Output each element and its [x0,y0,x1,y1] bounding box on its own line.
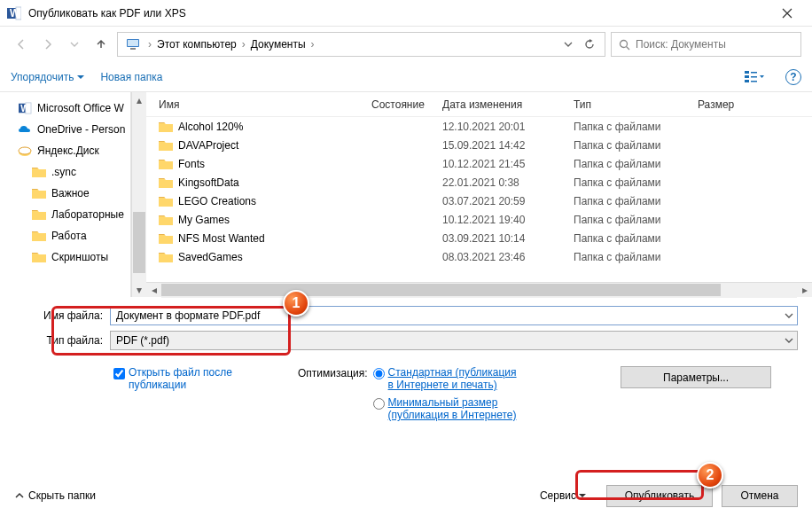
sidebar-item-label: Важное [51,187,90,199]
file-type: Папка с файлами [574,214,698,226]
sidebar-scrollbar[interactable]: ▴ ▾ [131,92,146,297]
file-date: 08.03.2021 23:46 [442,251,574,263]
sidebar-item-label: .sync [51,166,76,178]
file-row[interactable]: DAVAProject15.09.2021 14:42Папка с файла… [146,136,812,154]
breadcrumb-pc[interactable]: Этот компьютер [155,38,238,51]
svg-rect-11 [751,76,757,78]
sidebar-item[interactable]: OneDrive - Person [0,119,130,140]
tools-button[interactable]: Сервис [540,489,587,502]
sidebar-item-label: OneDrive - Person [37,123,125,136]
address-history-button[interactable] [558,40,578,49]
file-type: Папка с файлами [574,121,698,133]
filetype-label: Тип файла: [14,334,110,347]
file-name: Alcohol 120% [178,121,243,133]
file-row[interactable]: KingsoftData22.01.2021 0:38Папка с файла… [146,173,812,192]
sidebar-item-label: Microsoft Office W [37,102,124,114]
chevron-right-icon: › [308,38,318,51]
sidebar-item[interactable]: Яндекс.Диск [0,140,130,161]
filetype-select[interactable]: PDF (*.pdf) [110,331,798,350]
optimize-standard-radio[interactable]: Стандартная (публикация в Интернете и пе… [373,366,521,391]
file-type: Папка с файлами [574,251,698,263]
sidebar-item[interactable]: Работа [0,225,130,246]
col-size[interactable]: Размер [698,98,751,111]
svg-rect-12 [751,81,757,82]
file-date: 03.09.2021 10:14 [442,232,574,245]
file-name: Fonts [178,158,205,170]
view-options-button[interactable] [739,70,769,84]
chevron-down-icon[interactable] [785,336,793,345]
dialog-footer: Скрыть папки Сервис Опубликовать Отмена [0,475,812,516]
options-panel: Открыть файл после публикации Оптимизаци… [0,363,812,421]
close-button[interactable] [769,0,805,27]
chevron-right-icon: › [144,38,155,51]
svg-rect-8 [745,75,749,78]
annotation-badge-2: 2 [697,462,723,489]
scroll-down-icon[interactable]: ▾ [132,282,146,297]
nav-forward-button[interactable] [37,34,59,55]
filename-label: Имя файла: [14,309,110,322]
filename-input[interactable] [110,306,798,325]
file-row[interactable]: NFS Most Wanted03.09.2021 10:14Папка с ф… [146,229,812,247]
svg-point-6 [621,40,628,47]
file-date: 22.01.2021 0:38 [442,176,574,189]
file-list: Имя Состояние Дата изменения Тип Размер … [146,92,812,297]
parameters-button[interactable]: Параметры... [621,366,771,388]
file-row[interactable]: My Games10.12.2021 19:40Папка с файлами [146,210,812,229]
svg-rect-10 [751,72,757,74]
sidebar-item[interactable]: Скриншоты [0,246,130,268]
file-date: 03.07.2021 20:59 [442,195,574,207]
chevron-down-icon[interactable] [785,311,793,320]
scroll-right-icon[interactable]: ▸ [797,283,812,298]
file-row[interactable]: Fonts10.12.2021 21:45Папка с файлами [146,154,812,173]
scroll-left-icon[interactable]: ◂ [146,283,161,298]
sidebar: WMicrosoft Office WOneDrive - PersonЯнде… [0,92,131,297]
file-type: Папка с файлами [574,176,698,189]
col-state[interactable]: Состояние [371,98,442,111]
search-icon [619,39,630,51]
help-button[interactable]: ? [785,69,801,85]
sidebar-item-label: Яндекс.Диск [37,145,99,157]
sidebar-item[interactable]: Важное [0,183,130,204]
file-row[interactable]: Alcohol 120%12.10.2021 20:01Папка с файл… [146,117,812,136]
list-scrollbar-h[interactable]: ◂ ▸ [146,282,812,297]
breadcrumb-documents[interactable]: Документы [249,38,308,51]
optimize-label: Оптимизация: [298,366,368,421]
refresh-button[interactable] [578,38,601,51]
nav-recent-button[interactable] [64,34,85,55]
optimize-minimal-radio[interactable]: Минимальный размер (публикация в Интерне… [373,396,521,421]
svg-rect-7 [745,71,749,74]
sidebar-item[interactable]: WMicrosoft Office W [0,98,130,119]
file-browser: WMicrosoft Office WOneDrive - PersonЯнде… [0,92,812,297]
sidebar-item-label: Лабораторные [51,208,124,221]
file-type: Папка с файлами [574,232,698,245]
organize-button[interactable]: Упорядочить [11,71,84,83]
col-type[interactable]: Тип [574,98,698,111]
file-row[interactable]: SavedGames08.03.2021 23:46Папка с файлам… [146,247,812,266]
scroll-up-icon[interactable]: ▴ [132,92,146,107]
file-row[interactable]: LEGO Creations03.07.2021 20:59Папка с фа… [146,192,812,210]
open-after-checkbox[interactable]: Открыть файл после публикации [113,366,280,391]
nav-up-button[interactable] [90,34,112,55]
nav-back-button[interactable] [11,34,32,55]
file-type: Папка с файлами [574,139,698,152]
col-date[interactable]: Дата изменения [442,98,574,111]
column-headers: Имя Состояние Дата изменения Тип Размер [146,92,812,117]
svg-rect-9 [745,80,749,82]
col-name[interactable]: Имя [159,98,371,111]
window-title: Опубликовать как PDF или XPS [28,7,769,20]
publish-button[interactable]: Опубликовать [606,485,713,507]
cancel-button[interactable]: Отмена [722,485,798,507]
sidebar-item[interactable]: Лабораторные [0,204,130,225]
annotation-badge-1: 1 [283,290,309,317]
sidebar-item-label: Скриншоты [51,251,108,263]
search-input[interactable]: Поиск: Документы [611,32,801,57]
sidebar-item[interactable]: .sync [0,161,130,183]
address-bar[interactable]: › Этот компьютер › Документы › [117,32,605,57]
file-name: KingsoftData [178,176,239,189]
search-placeholder: Поиск: Документы [636,38,726,51]
nav-bar: › Этот компьютер › Документы › Поиск: До… [0,27,812,62]
svg-text:W: W [20,103,29,113]
hide-folders-button[interactable]: Скрыть папки [14,489,96,502]
svg-text:W: W [10,7,20,20]
new-folder-button[interactable]: Новая папка [100,71,162,83]
